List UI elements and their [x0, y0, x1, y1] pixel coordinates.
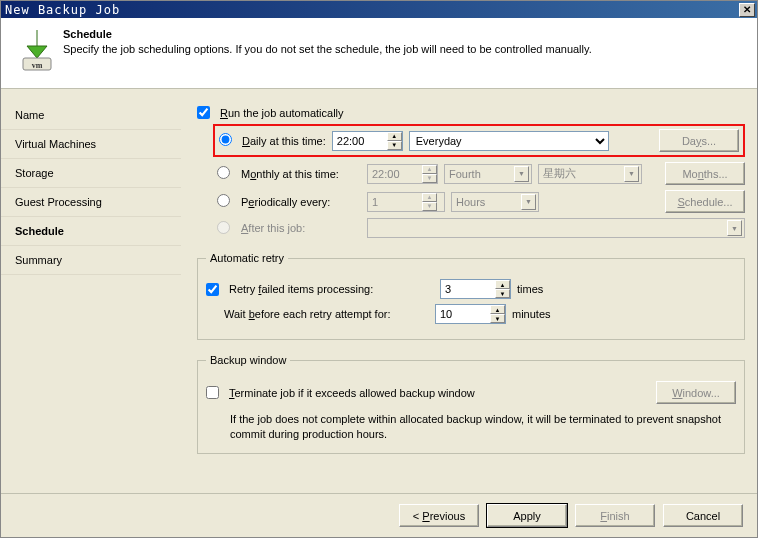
spin-down-icon[interactable]: ▼	[387, 141, 402, 150]
automatic-retry-legend: Automatic retry	[206, 252, 288, 264]
monthly-time-input	[368, 165, 422, 183]
window: New Backup Job ✕ vm Schedule Specify the…	[0, 0, 758, 538]
cancel-button[interactable]: Cancel	[663, 504, 743, 527]
sidebar-item-storage[interactable]: Storage	[1, 159, 181, 188]
body: Name Virtual Machines Storage Guest Proc…	[1, 89, 757, 498]
sidebar-item-schedule[interactable]: Schedule	[1, 217, 181, 246]
chevron-down-icon: ▼	[624, 166, 639, 182]
schedule-icon: vm	[15, 28, 63, 74]
wait-value-spinner[interactable]: ▲▼	[435, 304, 506, 324]
header-title: Schedule	[63, 28, 592, 40]
spin-down-icon[interactable]: ▼	[495, 289, 510, 298]
automatic-retry-group: Automatic retry Retry failed items proce…	[197, 252, 745, 340]
finish-button[interactable]: Finish	[575, 504, 655, 527]
monthly-time-spinner: ▲▼	[367, 164, 438, 184]
after-job-combo: ▼	[367, 218, 745, 238]
sidebar-item-summary[interactable]: Summary	[1, 246, 181, 275]
monthly-weekday-combo: 星期六▼	[538, 164, 642, 184]
retry-checkbox[interactable]	[206, 283, 219, 296]
periodic-unit-combo: Hours▼	[451, 192, 539, 212]
days-button[interactable]: Days...	[659, 129, 739, 152]
terminate-checkbox[interactable]	[206, 386, 219, 399]
sidebar: Name Virtual Machines Storage Guest Proc…	[1, 89, 181, 498]
daily-radio[interactable]	[219, 133, 232, 146]
daily-label: Daily at this time:	[242, 135, 326, 147]
svg-text:vm: vm	[32, 61, 43, 70]
terminate-row: Terminate job if it exceeds allowed back…	[206, 381, 736, 404]
footer: < Previous Apply Finish Cancel	[1, 493, 757, 537]
retry-count-input[interactable]	[441, 280, 495, 298]
run-automatically-row: Run the job automatically	[197, 106, 745, 119]
daily-row: Daily at this time: ▲▼ Everyday Days...	[213, 124, 745, 157]
spin-down-icon: ▼	[422, 202, 437, 211]
spin-up-icon[interactable]: ▲	[387, 132, 402, 141]
run-automatically-label: Run the job automatically	[220, 107, 344, 119]
wait-unit-label: minutes	[512, 308, 551, 320]
monthly-radio[interactable]	[217, 166, 230, 179]
monthly-label: Monthly at this time:	[241, 168, 361, 180]
spin-up-icon: ▲	[422, 193, 437, 202]
titlebar: New Backup Job ✕	[1, 1, 757, 18]
chevron-down-icon: ▼	[514, 166, 529, 182]
window-title: New Backup Job	[3, 3, 120, 17]
retry-row: Retry failed items processing: ▲▼ times	[206, 279, 736, 299]
after-label: After this job:	[241, 222, 361, 234]
window-button[interactable]: Window...	[656, 381, 736, 404]
retry-times-label: times	[517, 283, 543, 295]
spin-down-icon: ▼	[422, 174, 437, 183]
retry-label: Retry failed items processing:	[229, 283, 434, 295]
header: vm Schedule Specify the job scheduling o…	[1, 18, 757, 89]
spin-up-icon[interactable]: ▲	[495, 280, 510, 289]
content: Run the job automatically Daily at this …	[181, 89, 757, 498]
chevron-down-icon: ▼	[521, 194, 536, 210]
chevron-down-icon: ▼	[727, 220, 742, 236]
wait-label: Wait before each retry attempt for:	[224, 308, 429, 320]
backup-window-group: Backup window Terminate job if it exceed…	[197, 354, 745, 454]
header-subtitle: Specify the job scheduling options. If y…	[63, 43, 592, 55]
daily-time-input[interactable]	[333, 132, 387, 150]
spin-up-icon: ▲	[422, 165, 437, 174]
spin-down-icon[interactable]: ▼	[490, 314, 505, 323]
previous-button[interactable]: < Previous	[399, 504, 479, 527]
retry-count-spinner[interactable]: ▲▼	[440, 279, 511, 299]
periodic-row: Periodically every: ▲▼ Hours▼ Schedule..…	[217, 190, 745, 213]
monthly-row: Monthly at this time: ▲▼ Fourth▼ 星期六▼ Mo…	[217, 162, 745, 185]
after-row: After this job: ▼	[217, 218, 745, 238]
run-automatically-checkbox[interactable]	[197, 106, 210, 119]
wait-value-input[interactable]	[436, 305, 490, 323]
months-button[interactable]: Months...	[665, 162, 745, 185]
backup-window-legend: Backup window	[206, 354, 290, 366]
daily-time-spinner[interactable]: ▲▼	[332, 131, 403, 151]
periodic-value-spinner: ▲▼	[367, 192, 445, 212]
spin-up-icon[interactable]: ▲	[490, 305, 505, 314]
periodic-label: Periodically every:	[241, 196, 361, 208]
backup-window-hint: If the job does not complete within allo…	[230, 412, 736, 443]
close-button[interactable]: ✕	[739, 3, 755, 17]
daily-day-combo[interactable]: Everyday	[409, 131, 609, 151]
periodic-radio[interactable]	[217, 194, 230, 207]
sidebar-item-virtual-machines[interactable]: Virtual Machines	[1, 130, 181, 159]
monthly-week-combo: Fourth▼	[444, 164, 532, 184]
apply-button[interactable]: Apply	[487, 504, 567, 527]
periodic-value-input	[368, 193, 422, 211]
sidebar-item-name[interactable]: Name	[1, 101, 181, 130]
wait-row: Wait before each retry attempt for: ▲▼ m…	[224, 304, 736, 324]
sidebar-item-guest-processing[interactable]: Guest Processing	[1, 188, 181, 217]
after-radio	[217, 221, 230, 234]
terminate-label: Terminate job if it exceeds allowed back…	[229, 387, 475, 399]
schedule-button[interactable]: Schedule...	[665, 190, 745, 213]
